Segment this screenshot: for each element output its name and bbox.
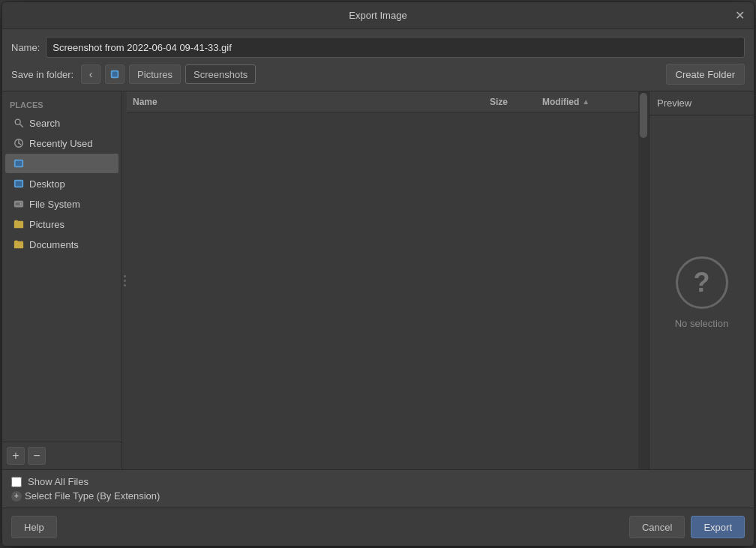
documents-folder-icon bbox=[13, 238, 25, 250]
filename-input[interactable] bbox=[46, 37, 745, 58]
home-icon bbox=[110, 69, 120, 79]
svg-rect-1 bbox=[112, 72, 118, 77]
sidebar-item-documents[interactable]: Documents bbox=[5, 235, 118, 254]
select-file-type-label: Select File Type (By Extension) bbox=[25, 490, 160, 502]
export-button[interactable]: Export bbox=[691, 516, 745, 538]
sidebar-item-desktop-label: Desktop bbox=[29, 178, 65, 190]
screenshots-breadcrumb-label: Screenshots bbox=[194, 69, 248, 80]
footer-right: Cancel Export bbox=[629, 516, 745, 538]
preview-no-selection-icon: ? bbox=[676, 256, 728, 309]
sidebar-item-pictures-label: Pictures bbox=[29, 219, 64, 230]
folder-label: Save in folder: bbox=[11, 69, 74, 80]
export-image-dialog: Export Image ✕ Name: Save in folder: ‹ P… bbox=[2, 1, 754, 547]
column-name: Name bbox=[133, 97, 490, 107]
show-all-files-label: Show All Files bbox=[28, 476, 88, 487]
back-button[interactable]: ‹ bbox=[81, 64, 100, 84]
preview-panel: Preview ? No selection bbox=[649, 91, 754, 469]
svg-rect-10 bbox=[16, 181, 22, 187]
sidebar-item-search[interactable]: Search bbox=[5, 113, 118, 133]
cancel-button[interactable]: Cancel bbox=[629, 516, 685, 538]
show-all-files-checkbox[interactable] bbox=[11, 477, 22, 487]
sidebar-item-desktop[interactable]: Desktop bbox=[5, 174, 118, 193]
name-row: Name: bbox=[2, 29, 754, 64]
sidebar-item-recently-used-label: Recently Used bbox=[29, 138, 93, 149]
home-breadcrumb-button[interactable] bbox=[105, 64, 124, 84]
sidebar: Places Search bbox=[2, 91, 122, 469]
add-bookmark-button[interactable]: + bbox=[7, 447, 25, 465]
sidebar-item-filesystem[interactable]: File System bbox=[5, 194, 118, 214]
file-list: Name Size Modified ▲ bbox=[127, 91, 638, 469]
titlebar: Export Image ✕ bbox=[2, 2, 754, 29]
expand-icon: + bbox=[11, 491, 22, 502]
file-list-body[interactable] bbox=[127, 112, 638, 469]
preview-body: ? No selection bbox=[650, 115, 754, 469]
select-file-type-row[interactable]: + Select File Type (By Extension) bbox=[11, 490, 745, 502]
clock-icon bbox=[13, 137, 25, 149]
preview-label: Preview bbox=[650, 91, 754, 115]
sidebar-item-pictures[interactable]: Pictures bbox=[5, 214, 118, 234]
sidebar-item-filesystem-label: File System bbox=[29, 199, 80, 210]
desktop-folder-icon bbox=[13, 178, 25, 190]
svg-line-6 bbox=[19, 143, 21, 145]
show-all-files-row[interactable]: Show All Files bbox=[11, 476, 745, 487]
dialog-title: Export Image bbox=[349, 10, 406, 21]
svg-point-2 bbox=[15, 119, 20, 124]
places-label: Places bbox=[2, 94, 122, 112]
drive-icon bbox=[13, 198, 25, 210]
svg-point-13 bbox=[20, 203, 22, 205]
main-area: Places Search bbox=[2, 91, 754, 469]
pictures-folder-icon bbox=[13, 218, 25, 230]
svg-line-3 bbox=[20, 124, 23, 127]
column-modified: Modified ▲ bbox=[542, 97, 632, 107]
create-folder-button[interactable]: Create Folder bbox=[666, 64, 745, 85]
sidebar-bottom: + − bbox=[2, 442, 122, 469]
sidebar-content: Places Search bbox=[2, 91, 122, 442]
sidebar-item-documents-label: Documents bbox=[29, 239, 79, 250]
scrollbar-thumb[interactable] bbox=[640, 93, 647, 138]
footer: Help Cancel Export bbox=[2, 508, 754, 546]
column-size: Size bbox=[490, 97, 542, 107]
remove-bookmark-button[interactable]: − bbox=[28, 447, 46, 465]
svg-rect-8 bbox=[16, 161, 22, 166]
bottom-options: Show All Files + Select File Type (By Ex… bbox=[2, 469, 754, 508]
pictures-breadcrumb-label: Pictures bbox=[137, 69, 172, 80]
file-list-header: Name Size Modified ▲ bbox=[127, 91, 638, 112]
screenshots-breadcrumb-button[interactable]: Screenshots bbox=[185, 64, 256, 84]
close-button[interactable]: ✕ bbox=[733, 9, 746, 22]
file-list-scrollbar[interactable] bbox=[638, 91, 649, 469]
pictures-breadcrumb-button[interactable]: Pictures bbox=[129, 64, 181, 84]
sidebar-item-recently-used[interactable]: Recently Used bbox=[5, 133, 118, 153]
folder-row: Save in folder: ‹ Pictures Screenshots C… bbox=[2, 64, 754, 91]
sort-arrow: ▲ bbox=[582, 97, 590, 106]
no-selection-text: No selection bbox=[675, 318, 729, 329]
home-folder-icon bbox=[13, 157, 25, 169]
search-icon bbox=[13, 117, 25, 129]
sidebar-item-home[interactable] bbox=[5, 154, 118, 173]
name-label: Name: bbox=[11, 42, 40, 53]
sidebar-item-search-label: Search bbox=[29, 118, 60, 129]
help-button[interactable]: Help bbox=[11, 516, 57, 538]
